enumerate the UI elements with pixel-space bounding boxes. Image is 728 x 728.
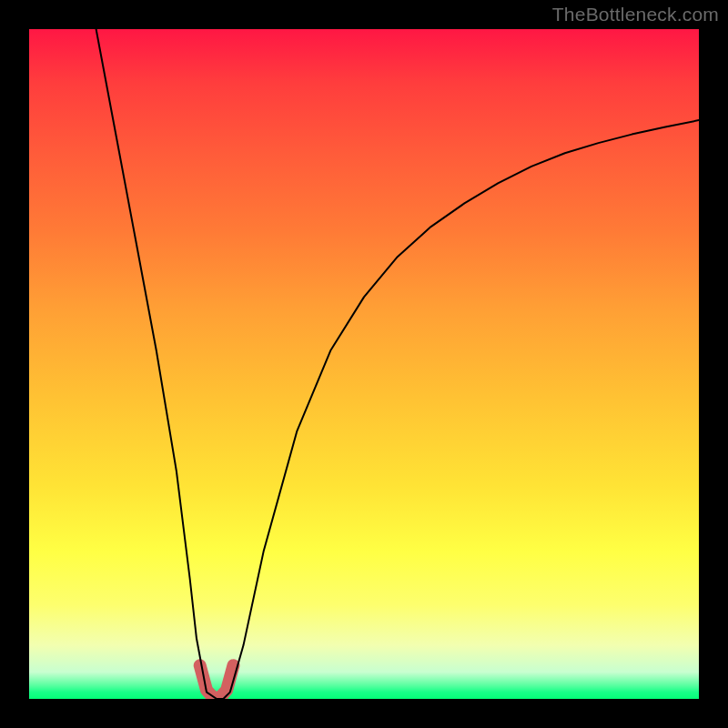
watermark-text: TheBottleneck.com xyxy=(552,4,719,25)
chart-frame: TheBottleneck.com xyxy=(0,0,728,728)
bottleneck-curve-line xyxy=(96,29,699,699)
chart-svg xyxy=(29,29,699,699)
plot-area xyxy=(29,29,699,699)
